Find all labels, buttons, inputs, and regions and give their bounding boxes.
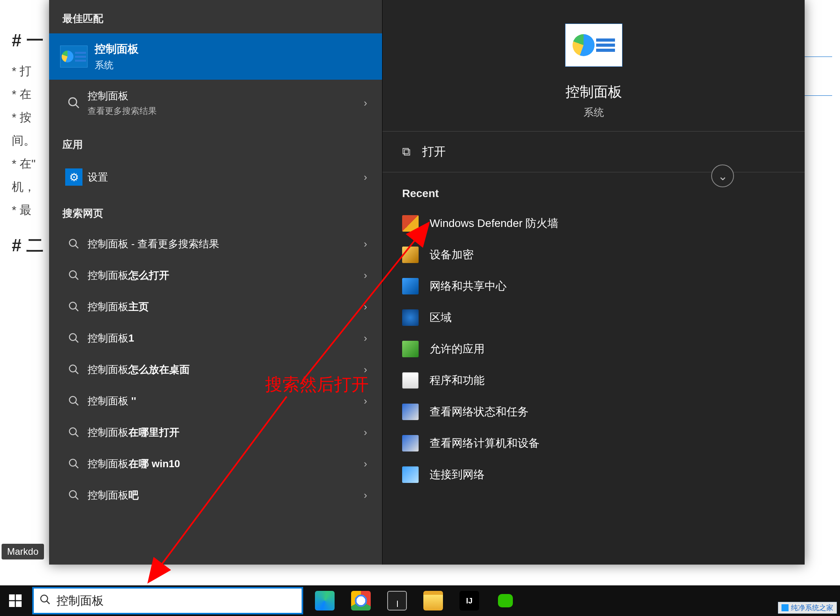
web-search-item[interactable]: 控制面板在哪 win10› xyxy=(49,448,382,479)
recent-item[interactable]: 查看网络状态和任务 xyxy=(382,396,805,428)
wechat-taskbar-icon[interactable] xyxy=(496,591,515,611)
see-more-results[interactable]: 控制面板 查看更多搜索结果 › xyxy=(49,80,382,126)
svg-point-6 xyxy=(70,302,77,309)
web-search-item[interactable]: 控制面板主页› xyxy=(49,291,382,322)
see-more-subtitle: 查看更多搜索结果 xyxy=(88,105,157,117)
recent-item-icon xyxy=(402,309,419,326)
svg-point-10 xyxy=(70,365,77,372)
svg-point-18 xyxy=(70,491,77,498)
web-item-label: 控制面板在哪里打开 xyxy=(88,426,364,439)
taskbar: IJ 纯净系统之家 xyxy=(0,585,840,616)
recent-item[interactable]: 允许的应用 xyxy=(382,333,805,365)
recent-item-icon xyxy=(402,278,419,294)
recent-item-icon xyxy=(402,215,419,232)
svg-line-15 xyxy=(75,434,79,437)
group-web: 搜索网页 xyxy=(49,195,382,228)
chevron-right-icon[interactable]: › xyxy=(364,458,371,470)
edge-taskbar-icon[interactable] xyxy=(315,591,335,611)
recent-item-icon xyxy=(402,404,419,420)
settings-result[interactable]: ⚙ 设置 › xyxy=(49,159,382,195)
windows-icon xyxy=(9,594,22,607)
preview-title: 控制面板 xyxy=(565,82,622,102)
web-search-item[interactable]: 控制面板怎么放在桌面› xyxy=(49,354,382,385)
recent-header: Recent xyxy=(382,172,805,208)
svg-rect-23 xyxy=(9,594,15,600)
recent-item-icon xyxy=(402,435,419,451)
web-search-item[interactable]: 控制面板吧› xyxy=(49,479,382,511)
web-search-item[interactable]: 控制面板在哪里打开› xyxy=(49,417,382,448)
chevron-right-icon[interactable]: › xyxy=(364,364,371,376)
search-icon xyxy=(60,364,88,375)
web-item-label: 控制面板主页 xyxy=(88,300,364,314)
svg-line-1 xyxy=(75,104,79,108)
gear-icon: ⚙ xyxy=(65,168,82,186)
search-input[interactable] xyxy=(57,594,296,607)
web-search-item[interactable]: 控制面板怎么打开› xyxy=(49,260,382,291)
see-more-title: 控制面板 xyxy=(88,89,157,103)
recent-item[interactable]: 程序和功能 xyxy=(382,365,805,396)
search-icon xyxy=(60,458,88,470)
chevron-right-icon[interactable]: › xyxy=(364,426,371,439)
control-panel-icon xyxy=(60,46,88,68)
clock-taskbar-icon[interactable] xyxy=(387,591,407,611)
settings-label: 设置 xyxy=(88,170,364,184)
chevron-right-icon[interactable]: › xyxy=(364,269,371,281)
svg-line-7 xyxy=(75,308,79,311)
recent-item[interactable]: 区域 xyxy=(382,302,805,333)
start-search-panel: 最佳匹配 控制面板 系统 控制面板 查看更多搜索结果 › 应用 ⚙ 设置 xyxy=(49,0,805,565)
taskbar-search-box[interactable] xyxy=(32,587,303,614)
svg-point-8 xyxy=(70,334,77,341)
intellij-taskbar-icon[interactable]: IJ xyxy=(459,591,479,611)
chrome-taskbar-icon[interactable] xyxy=(351,591,371,611)
search-icon xyxy=(60,395,88,407)
recent-item[interactable]: 网络和共享中心 xyxy=(382,271,805,302)
svg-line-13 xyxy=(75,402,79,406)
svg-point-16 xyxy=(70,459,77,466)
chevron-right-icon[interactable]: › xyxy=(364,489,371,501)
web-item-label: 控制面板在哪 win10 xyxy=(88,457,364,471)
search-icon xyxy=(60,489,88,501)
search-icon xyxy=(60,332,88,344)
recent-item-label: 查看网络状态和任务 xyxy=(430,404,529,419)
recent-item[interactable]: 连接到网络 xyxy=(382,459,805,490)
chevron-right-icon[interactable]: › xyxy=(364,301,371,313)
group-best-match: 最佳匹配 xyxy=(49,0,382,33)
svg-rect-26 xyxy=(16,601,22,607)
svg-line-5 xyxy=(75,277,79,280)
svg-line-28 xyxy=(47,601,50,604)
chevron-right-icon[interactable]: › xyxy=(364,97,371,109)
control-panel-large-icon xyxy=(565,24,622,67)
open-action[interactable]: ⧉ 打开 ⌄ xyxy=(382,132,805,172)
file-explorer-taskbar-icon[interactable] xyxy=(423,591,443,611)
best-match-result[interactable]: 控制面板 系统 xyxy=(49,33,382,80)
web-search-item[interactable]: 控制面板 ''› xyxy=(49,385,382,417)
svg-point-27 xyxy=(41,595,48,602)
start-button[interactable] xyxy=(0,585,31,616)
recent-item[interactable]: 查看网络计算机和设备 xyxy=(382,428,805,459)
recent-item[interactable]: Windows Defender 防火墙 xyxy=(382,208,805,239)
recent-item[interactable]: 设备加密 xyxy=(382,239,805,271)
web-search-item[interactable]: 控制面板1› xyxy=(49,322,382,354)
svg-rect-25 xyxy=(9,601,15,607)
recent-item-icon xyxy=(402,466,419,483)
chevron-right-icon[interactable]: › xyxy=(364,171,371,183)
svg-line-17 xyxy=(75,465,79,468)
best-match-subtitle: 系统 xyxy=(95,59,139,71)
svg-line-3 xyxy=(75,245,79,249)
web-item-label: 控制面板怎么打开 xyxy=(88,269,364,282)
recent-item-label: 设备加密 xyxy=(430,247,474,262)
svg-line-11 xyxy=(75,371,79,374)
svg-point-4 xyxy=(70,271,77,278)
recent-item-label: 连接到网络 xyxy=(430,467,485,482)
chevron-right-icon[interactable]: › xyxy=(364,238,371,250)
search-icon xyxy=(60,301,88,313)
chevron-right-icon[interactable]: › xyxy=(364,395,371,407)
search-icon xyxy=(39,594,51,608)
web-item-label: 控制面板吧 xyxy=(88,488,364,502)
search-icon xyxy=(60,269,88,281)
chevron-right-icon[interactable]: › xyxy=(364,332,371,344)
preview-subtitle: 系统 xyxy=(584,106,604,119)
web-search-item[interactable]: 控制面板 - 查看更多搜索结果› xyxy=(49,228,382,260)
expand-button[interactable]: ⌄ xyxy=(711,165,734,187)
recent-item-icon xyxy=(402,372,419,389)
